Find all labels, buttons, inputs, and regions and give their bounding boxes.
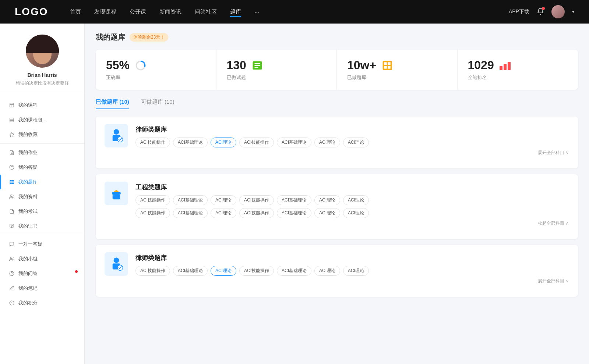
tag-eng1-r1-5[interactable]: ACI理论 — [314, 195, 340, 205]
qbank-lawyer2-tags: ACI技能操作 ACI基础理论 ACI理论 ACI技能操作 ACI基础理论 AC… — [135, 266, 569, 276]
tag-lawyer2-5[interactable]: ACI理论 — [314, 266, 340, 276]
sidebar-item-qbank[interactable]: 我的题库 — [0, 175, 84, 189]
tag-eng1-r2-6[interactable]: ACI理论 — [343, 208, 369, 218]
qbank-card-engineer1: 工程类题库 ACI技能操作 ACI基础理论 ACI理论 ACI技能操作 ACI基… — [96, 174, 578, 239]
tag-lawyer2-1[interactable]: ACI基础理论 — [173, 266, 208, 276]
sidebar-item-packages[interactable]: 我的课程包... — [0, 113, 84, 127]
nav-more[interactable]: ··· — [254, 7, 259, 17]
tag-lawyer1-5[interactable]: ACI理论 — [314, 138, 340, 147]
nav-qa[interactable]: 问答社区 — [195, 7, 217, 17]
sidebar-item-exam[interactable]: 我的考试 — [0, 204, 84, 219]
tag-eng1-r2-2[interactable]: ACI理论 — [211, 208, 236, 218]
sidebar-item-favorites[interactable]: 我的收藏 — [0, 127, 84, 142]
avatar[interactable] — [551, 5, 565, 18]
qbank-engineer1-title: 工程类题库 — [135, 182, 569, 192]
stat-done-questions: 130 已做试题 — [216, 50, 337, 90]
exam-icon — [9, 208, 15, 214]
sidebar-item-notes-label: 我的笔记 — [18, 285, 38, 292]
stat-rank-label: 全站排名 — [468, 74, 568, 81]
tag-eng1-r1-2[interactable]: ACI理论 — [211, 195, 236, 205]
tag-lawyer2-2[interactable]: ACI理论 — [211, 266, 236, 276]
sidebar-avatar-image — [26, 35, 59, 68]
sidebar-item-one-on-one[interactable]: 一对一答疑 — [0, 237, 84, 251]
nav-discover[interactable]: 发现课程 — [94, 7, 116, 17]
qbank-lawyer2-expand[interactable]: 展开全部科目 ∨ — [135, 278, 569, 284]
sidebar-item-courses-label: 我的课程 — [18, 102, 38, 108]
sidebar-item-certificate[interactable]: 我的证书 — [0, 219, 84, 233]
tag-lawyer1-6[interactable]: ACI理论 — [343, 138, 369, 147]
main-content: 我的题库 体验剩余23天！ 55% 正确率 — [85, 24, 589, 364]
tag-lawyer1-0[interactable]: ACI技能操作 — [135, 138, 170, 147]
qbank-engineer1-tags-row2: ACI技能操作 ACI基础理论 ACI理论 ACI技能操作 ACI基础理论 AC… — [135, 208, 569, 218]
tab-done[interactable]: 已做题库 (10) — [96, 99, 129, 109]
qbank-engineer1-tags-row1: ACI技能操作 ACI基础理论 ACI理论 ACI技能操作 ACI基础理论 AC… — [135, 195, 569, 205]
stat-done-b-row: 10w+ — [347, 58, 447, 72]
tag-eng1-r1-4[interactable]: ACI基础理论 — [277, 195, 311, 205]
sidebar-user-name: Brian Harris — [27, 72, 57, 78]
qbank-lawyer2-content: 律师类题库 ACI技能操作 ACI基础理论 ACI理论 ACI技能操作 ACI基… — [135, 252, 569, 284]
sidebar-item-favorites-label: 我的收藏 — [18, 131, 38, 138]
sidebar-profile: Brian Harris 错误的决定比没有决定要好 — [0, 35, 84, 94]
bell-notification-dot — [542, 7, 545, 10]
tag-eng1-r2-4[interactable]: ACI基础理论 — [277, 208, 311, 218]
navbar: LOGO 首页 发现课程 公开课 新闻资讯 问答社区 题库 ··· APP下载 … — [0, 0, 589, 24]
qbank-lawyer1-expand[interactable]: 展开全部科目 ∨ — [135, 150, 569, 156]
tag-lawyer1-3[interactable]: ACI技能操作 — [239, 138, 274, 147]
sidebar-menu: 我的课程 我的课程包... 我的收藏 我的作业 — [0, 94, 84, 314]
tag-lawyer1-4[interactable]: ACI基础理论 — [277, 138, 311, 147]
sidebar-user-motto: 错误的决定比没有决定要好 — [16, 80, 69, 86]
tag-eng1-r2-5[interactable]: ACI理论 — [314, 208, 340, 218]
app-download-button[interactable]: APP下载 — [509, 8, 529, 15]
page-header: 我的题库 体验剩余23天！ — [96, 32, 578, 42]
tag-eng1-r2-0[interactable]: ACI技能操作 — [135, 208, 170, 218]
nav-qbank[interactable]: 题库 — [230, 7, 241, 17]
sidebar-item-group[interactable]: 我的小组 — [0, 251, 84, 266]
layout: Brian Harris 错误的决定比没有决定要好 我的课程 我的课程包... — [0, 24, 589, 364]
logo: LOGO — [15, 6, 48, 18]
tag-lawyer1-2[interactable]: ACI理论 — [211, 138, 236, 147]
svg-rect-35 — [500, 66, 502, 70]
stat-correct-value: 55% — [106, 58, 130, 72]
tag-lawyer2-6[interactable]: ACI理论 — [343, 266, 369, 276]
tab-available[interactable]: 可做题库 (10) — [141, 99, 174, 109]
tag-eng1-r2-3[interactable]: ACI技能操作 — [239, 208, 274, 218]
sidebar-item-notes[interactable]: 我的笔记 — [0, 281, 84, 296]
sidebar-item-certificate-label: 我的证书 — [18, 223, 38, 229]
nav-open-course[interactable]: 公开课 — [130, 7, 146, 17]
sidebar-item-questions-label: 我的问答 — [18, 270, 38, 277]
stats-grid: 55% 正确率 130 — [96, 50, 578, 90]
tag-lawyer2-4[interactable]: ACI基础理论 — [277, 266, 311, 276]
tag-eng1-r2-1[interactable]: ACI基础理论 — [173, 208, 208, 218]
tag-eng1-r1-6[interactable]: ACI理论 — [343, 195, 369, 205]
navbar-nav: 首页 发现课程 公开课 新闻资讯 问答社区 题库 ··· — [70, 7, 509, 17]
nav-home[interactable]: 首页 — [70, 7, 81, 17]
sidebar: Brian Harris 错误的决定比没有决定要好 我的课程 我的课程包... — [0, 24, 85, 364]
sidebar-item-homework[interactable]: 我的作业 — [0, 145, 84, 160]
tag-lawyer2-3[interactable]: ACI技能操作 — [239, 266, 274, 276]
stat-done-q-row: 130 — [227, 58, 327, 72]
svg-rect-3 — [10, 118, 14, 122]
svg-rect-37 — [508, 62, 511, 70]
qbank-lawyer1-tags: ACI技能操作 ACI基础理论 ACI理论 ACI技能操作 ACI基础理论 AC… — [135, 138, 569, 147]
qbank-engineer1-collapse[interactable]: 收起全部科目 ∧ — [135, 220, 569, 226]
tag-lawyer2-0[interactable]: ACI技能操作 — [135, 266, 170, 276]
bell-icon[interactable] — [537, 8, 544, 16]
sidebar-item-points[interactable]: 我的积分 — [0, 296, 84, 310]
certificate-icon — [9, 223, 15, 229]
stat-rank-value: 1029 — [468, 58, 494, 72]
sidebar-item-questions[interactable]: 我的问答 — [0, 266, 84, 281]
tag-eng1-r1-3[interactable]: ACI技能操作 — [239, 195, 274, 205]
tag-eng1-r1-0[interactable]: ACI技能操作 — [135, 195, 170, 205]
nav-news[interactable]: 新闻资讯 — [159, 7, 181, 17]
tag-lawyer1-1[interactable]: ACI基础理论 — [173, 138, 208, 147]
qbank-icon — [9, 179, 15, 185]
tag-eng1-r1-1[interactable]: ACI基础理论 — [173, 195, 208, 205]
sidebar-item-courses[interactable]: 我的课程 — [0, 98, 84, 113]
sidebar-item-profile[interactable]: 我的资料 — [0, 189, 84, 204]
avatar-chevron-icon[interactable]: ▾ — [572, 9, 574, 14]
trial-badge: 体验剩余23天！ — [130, 33, 168, 42]
svg-rect-31 — [384, 62, 387, 65]
tabs: 已做题库 (10) 可做题库 (10) — [96, 99, 578, 109]
qbank-engineer1-icon — [105, 182, 128, 205]
sidebar-item-qa[interactable]: 我的答疑 — [0, 160, 84, 175]
